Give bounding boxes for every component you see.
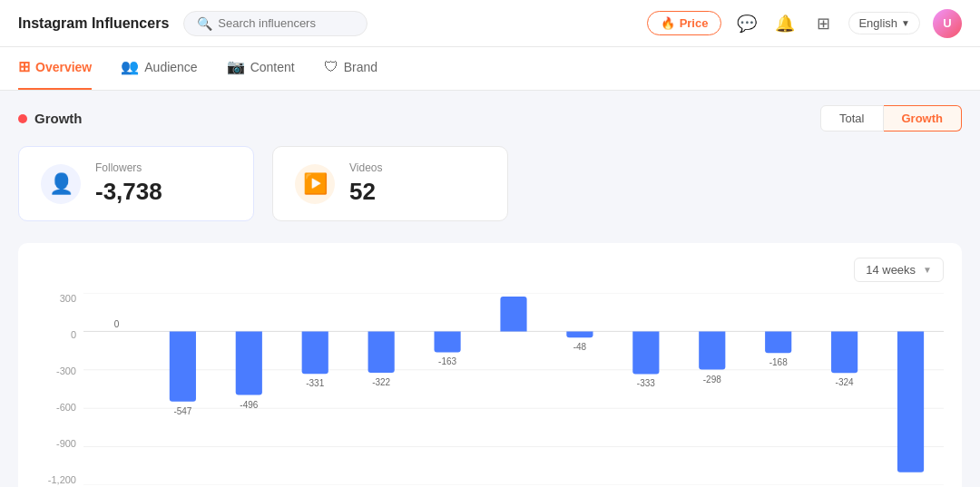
tab-content-label: Content bbox=[250, 60, 295, 74]
followers-icon: 👤 bbox=[41, 164, 81, 204]
y-axis-label: -1,200 bbox=[48, 474, 76, 485]
section-header: Growth Total Growth bbox=[18, 105, 962, 131]
chart-canvas bbox=[83, 293, 944, 485]
search-icon: 🔍 bbox=[197, 16, 212, 31]
brand-icon: 🛡 bbox=[324, 59, 338, 75]
chart-controls: 14 weeks ▼ bbox=[36, 258, 944, 282]
y-axis-label: 0 bbox=[71, 329, 76, 340]
toggle-group: Total Growth bbox=[820, 105, 962, 131]
total-toggle-button[interactable]: Total bbox=[820, 105, 883, 131]
tab-brand[interactable]: 🛡 Brand bbox=[324, 47, 377, 90]
chart-section: 14 weeks ▼ 07-1707-2407-3108-0708-1408-2… bbox=[18, 243, 962, 487]
stats-row: 👤 Followers -3,738 ▶️ Videos 52 bbox=[18, 146, 962, 221]
y-axis-label: 300 bbox=[60, 293, 76, 304]
fire-icon: 🔥 bbox=[661, 16, 675, 30]
chevron-down-icon: ▼ bbox=[923, 265, 932, 275]
audience-icon: 👥 bbox=[121, 58, 139, 75]
growth-toggle-button[interactable]: Growth bbox=[884, 105, 963, 131]
search-box[interactable]: 🔍 bbox=[183, 11, 368, 36]
videos-content: Videos 52 bbox=[349, 161, 382, 206]
bar-chart: 07-1707-2407-3108-0708-1408-2108-2809-04… bbox=[36, 293, 944, 487]
growth-heading: Growth bbox=[18, 111, 83, 126]
growth-dot bbox=[18, 114, 27, 123]
language-selector[interactable]: English ▼ bbox=[848, 12, 920, 34]
tab-content[interactable]: 📷 Content bbox=[227, 47, 295, 90]
chat-icon[interactable]: 💬 bbox=[734, 11, 760, 36]
app-title: Instagram Influencers bbox=[18, 15, 169, 32]
header: Instagram Influencers 🔍 🔥 Price 💬 🔔 ⊞ En… bbox=[0, 0, 980, 47]
main-content: Growth Total Growth 👤 Followers -3,738 ▶… bbox=[0, 91, 980, 487]
grid-icon[interactable]: ⊞ bbox=[810, 11, 836, 36]
y-axis-label: -600 bbox=[56, 402, 76, 413]
price-button[interactable]: 🔥 Price bbox=[647, 11, 722, 35]
y-axis-label: -900 bbox=[56, 438, 76, 449]
tab-audience[interactable]: 👥 Audience bbox=[121, 47, 197, 90]
overview-icon: ⊞ bbox=[18, 58, 30, 75]
weeks-label: 14 weeks bbox=[866, 263, 916, 277]
videos-value: 52 bbox=[349, 178, 382, 206]
followers-value: -3,738 bbox=[95, 178, 162, 206]
growth-text: Growth bbox=[34, 111, 83, 126]
followers-content: Followers -3,738 bbox=[95, 161, 162, 206]
weeks-selector[interactable]: 14 weeks ▼ bbox=[854, 258, 944, 282]
y-axis: 3000-300-600-900-1,200 bbox=[36, 293, 82, 485]
tab-brand-label: Brand bbox=[344, 60, 377, 74]
bell-icon[interactable]: 🔔 bbox=[772, 11, 798, 36]
videos-icon: ▶️ bbox=[295, 164, 335, 204]
chevron-down-icon: ▼ bbox=[901, 18, 910, 28]
followers-label: Followers bbox=[95, 161, 162, 174]
nav-tabs: ⊞ Overview 👥 Audience 📷 Content 🛡 Brand bbox=[0, 47, 980, 91]
tab-overview-label: Overview bbox=[35, 60, 92, 74]
y-axis-label: -300 bbox=[56, 365, 76, 376]
avatar[interactable]: U bbox=[933, 9, 962, 38]
language-label: English bbox=[858, 16, 897, 30]
content-icon: 📷 bbox=[227, 58, 245, 75]
tab-overview[interactable]: ⊞ Overview bbox=[18, 47, 92, 90]
search-input[interactable] bbox=[218, 16, 354, 30]
videos-card: ▶️ Videos 52 bbox=[272, 146, 508, 221]
videos-label: Videos bbox=[349, 161, 382, 174]
tab-audience-label: Audience bbox=[144, 60, 197, 74]
followers-card: 👤 Followers -3,738 bbox=[18, 146, 254, 221]
header-right: 🔥 Price 💬 🔔 ⊞ English ▼ U bbox=[647, 9, 962, 38]
